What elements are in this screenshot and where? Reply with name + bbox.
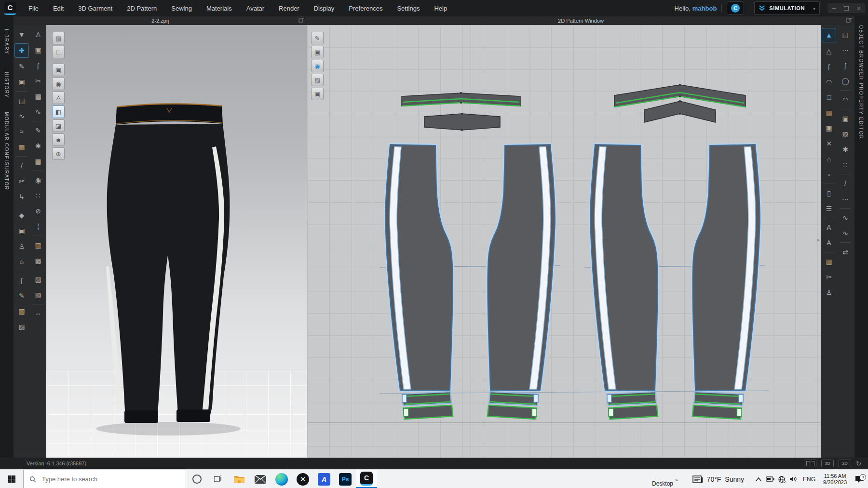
zip-garment-tool[interactable]: ▨ <box>15 320 28 333</box>
grading-text-tool[interactable]: A <box>822 236 836 250</box>
mail-button[interactable] <box>250 470 271 488</box>
simulation-mode-dropdown[interactable]: SIMULATION ▾ <box>754 1 820 15</box>
buttonhole-tool[interactable]: ∷ <box>31 189 45 202</box>
language-indicator[interactable]: ENG <box>799 476 819 483</box>
sewing-machine-2d-tool[interactable]: ▤ <box>839 28 852 41</box>
waistband-back-inner[interactable] <box>644 100 716 122</box>
sewing-edit-tool[interactable]: ▦ <box>15 140 28 154</box>
edit-curve-point-tool[interactable]: △ <box>822 44 836 58</box>
grid-pattern-tool[interactable]: ▦ <box>822 106 836 119</box>
show-ghost-garment-toggle[interactable]: □ <box>52 46 65 58</box>
select-move-tool[interactable]: ✚ <box>14 43 29 58</box>
pin-needle-tool[interactable]: / <box>15 159 28 172</box>
menu-item-materials[interactable]: Materials <box>199 0 239 16</box>
fold-garment-tool[interactable]: ◆ <box>15 209 28 222</box>
diagonal-pen-tool[interactable]: ✎ <box>15 289 28 303</box>
edit-curvature-tool[interactable]: ∫ <box>822 60 836 73</box>
cloud-account-button[interactable]: C <box>727 1 744 15</box>
show-garment-toggle[interactable]: ▣ <box>52 64 65 76</box>
tab-object-browser[interactable]: OBJECT BROWSER <box>858 25 864 80</box>
pattern-garment-tool[interactable]: ▣ <box>311 46 324 58</box>
garment-3d-render[interactable] <box>46 25 307 458</box>
zigzag-small-tool[interactable]: ∿ <box>839 211 852 224</box>
ruler-horizontal-tool[interactable]: ☰ <box>822 202 836 215</box>
menu-item-render[interactable]: Render <box>271 0 307 16</box>
pattern-shape-tool[interactable]: ◠ <box>822 75 836 89</box>
menu-item-help[interactable]: Help <box>427 0 454 16</box>
pants-3d[interactable] <box>107 124 230 421</box>
chevron-down-icon[interactable]: ▾ <box>809 6 815 11</box>
menu-item-settings[interactable]: Settings <box>390 0 427 16</box>
free-sewing-tool[interactable]: ≈ <box>15 125 28 138</box>
show-fabric-mesh-toggle[interactable]: ◪ <box>52 119 65 132</box>
hidden-icons-button[interactable] <box>753 477 764 481</box>
pattern-information-tool[interactable]: ◉ <box>311 60 324 72</box>
menu-item-file[interactable]: File <box>21 0 46 16</box>
segment-dots-tool[interactable]: ⋯ <box>839 43 852 57</box>
taskbar-clock[interactable]: 11:56 AM 9/20/2023 <box>819 473 851 486</box>
menu-item-edit[interactable]: Edit <box>46 0 71 16</box>
task-view-button[interactable] <box>207 470 229 488</box>
show-environment-toggle[interactable]: ⊕ <box>52 147 65 160</box>
file-explorer-button[interactable] <box>229 470 250 488</box>
walk-avatar-tool[interactable]: ♙ <box>31 28 45 41</box>
pattern-group-back[interactable] <box>584 84 765 419</box>
fabric-flat-b-tool[interactable]: ▧ <box>31 288 45 302</box>
shirt-2d-tool[interactable]: ▣ <box>839 112 852 125</box>
cut-garment-tool[interactable]: ▤ <box>31 90 45 103</box>
zipper-tool[interactable]: ¦ <box>31 220 45 233</box>
text-tool[interactable]: A <box>822 221 836 234</box>
trace-pattern-tool[interactable]: ⌂ <box>822 152 836 166</box>
curve-cut-tool[interactable]: ∿ <box>31 105 45 119</box>
menu-item-3d-garment[interactable]: 3D Garment <box>71 0 120 16</box>
polygon-pattern-tool[interactable]: □ <box>822 91 836 104</box>
viewport-3d[interactable]: ▨□▣◉♙◧◪☻⊕ <box>46 25 307 458</box>
popout-window-icon[interactable] <box>298 18 304 23</box>
open-jacket-tool[interactable]: ▣ <box>15 224 28 237</box>
cut-sew-pattern-tool[interactable]: ✂ <box>822 270 836 284</box>
show-fabric-sheet-tool[interactable]: ▨ <box>311 74 324 86</box>
photoshop-button[interactable]: Ps <box>335 470 356 488</box>
tab-property-editor[interactable]: PROPERTY EDITOR <box>858 83 864 140</box>
viewport-3d-title-bar[interactable]: 2-2.zprj <box>14 16 307 25</box>
close-button[interactable]: ✕ <box>853 3 865 13</box>
fabric-roll-tool[interactable]: ▥ <box>31 238 45 252</box>
small-rect-tool[interactable]: ▫ <box>822 168 836 181</box>
xbox-button[interactable]: ✕ <box>292 470 313 488</box>
pleat-lines-tool[interactable]: ▥ <box>822 255 836 268</box>
clo-app-button-active[interactable]: C <box>356 470 377 488</box>
tab-history[interactable]: HISTORY <box>4 72 9 98</box>
restore-button[interactable] <box>840 3 853 13</box>
iron-press-tool[interactable]: ◠ <box>839 93 852 106</box>
menu-item-2d-pattern[interactable]: 2D Pattern <box>120 0 164 16</box>
battery-tray-button[interactable] <box>764 476 776 482</box>
jacket-sew-tool[interactable]: ▨ <box>839 127 852 141</box>
slash-line-tool[interactable]: / <box>839 177 852 190</box>
flower-dart-tool[interactable]: ✱ <box>31 139 45 153</box>
sew-garment-tool[interactable]: ▣ <box>31 43 45 57</box>
tape-measure-tool[interactable]: ∫ <box>15 274 28 287</box>
taskbar-search[interactable] <box>23 470 186 488</box>
view-2d-button[interactable]: 2D <box>839 460 851 467</box>
app-a-button[interactable]: A <box>313 470 335 488</box>
lock-pattern-tool[interactable]: ▣ <box>311 88 324 100</box>
ruler-vertical-tool[interactable]: ▯ <box>822 186 836 200</box>
menu-item-preferences[interactable]: Preferences <box>341 0 390 16</box>
clo-logo-icon[interactable]: C <box>4 2 16 15</box>
show-style-sphere-toggle[interactable]: ◉ <box>52 78 65 90</box>
dot-garment-tool[interactable]: ▦ <box>31 155 45 168</box>
volume-tray-button[interactable] <box>787 476 799 482</box>
tab-library[interactable]: LIBRARY <box>4 29 9 54</box>
action-center-button[interactable]: 3 <box>851 475 868 483</box>
show-fabric-texture-toggle[interactable]: ◧ <box>52 106 65 118</box>
trim-scissors-tool[interactable]: ✂ <box>15 174 28 188</box>
buttons-grid-tool[interactable]: ∷ <box>839 158 852 171</box>
menu-item-avatar[interactable]: Avatar <box>239 0 271 16</box>
pattern-2d-canvas[interactable]: ✎▣◉▨▣ ▸ <box>307 25 821 458</box>
username[interactable]: mahbob <box>692 5 717 12</box>
sewing-machine-tool[interactable]: ▤ <box>15 94 28 107</box>
curve-sew-2d-tool[interactable]: ∫ <box>839 59 852 72</box>
puller-tool[interactable]: ⇔ <box>31 307 45 320</box>
fabric-roll-b-tool[interactable]: ▨ <box>31 273 45 286</box>
waistband-front-inner[interactable] <box>424 113 500 131</box>
